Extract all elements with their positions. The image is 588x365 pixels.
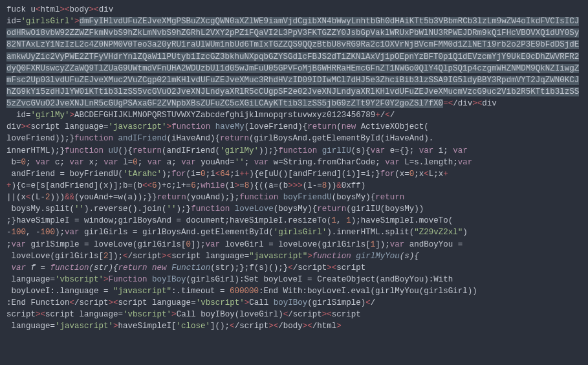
- tag: body: [70, 5, 89, 14]
- keyword: function: [171, 122, 210, 131]
- tag: /script: [293, 263, 327, 272]
- string: 'vbscript': [55, 275, 103, 284]
- keyword: for: [171, 170, 186, 179]
- number: 2: [45, 193, 50, 202]
- text: (i=: [186, 170, 201, 179]
- bracket: >: [472, 99, 477, 108]
- tag: /script: [288, 310, 322, 319]
- bracket: >: [89, 5, 94, 14]
- keyword: function: [65, 146, 103, 155]
- text: (l: [225, 181, 235, 190]
- tag: script language: [118, 298, 191, 307]
- keyword: return: [118, 263, 147, 272]
- string: "javascript": [249, 252, 307, 261]
- keyword: Function: [109, 275, 147, 284]
- text: [167, 263, 172, 272]
- text: );haveSimpleI.moveTo(: [351, 216, 453, 225]
- text: ;: [26, 158, 36, 167]
- text: c;: [50, 158, 70, 167]
- slash: /: [390, 111, 395, 120]
- tag: /script: [128, 252, 162, 261]
- text: ]);: [109, 252, 124, 261]
- keyword: var: [65, 228, 80, 237]
- tag: /script: [235, 322, 269, 331]
- text: ){((a=(b: [249, 181, 288, 190]
- number: 6: [191, 181, 196, 190]
- text: ||(x: [6, 193, 26, 202]
- string: '': [167, 205, 177, 214]
- eq: =: [443, 99, 448, 108]
- keyword: for: [380, 170, 395, 179]
- bracket: <: [41, 310, 46, 319]
- tag: script language: [31, 122, 104, 131]
- text: ;: [6, 240, 12, 249]
- number: 0: [201, 170, 206, 179]
- bracket: >: [162, 252, 167, 261]
- string: 'tArahc': [123, 170, 162, 179]
- text: )): [327, 181, 336, 190]
- code-editor[interactable]: fuck u<html><body><div id='girlsGirl'>dm…: [6, 4, 582, 333]
- bracket: >: [70, 111, 75, 120]
- text: (girlIU(boysMy)): [346, 205, 424, 214]
- bracket: >: [171, 310, 177, 319]
- text: a;: [162, 158, 181, 167]
- text: loveGirl = loveLove(girlGirls[: [220, 240, 371, 249]
- number: 1: [332, 216, 337, 225]
- tag: script language: [45, 310, 118, 319]
- text: L;x: [429, 170, 444, 179]
- number: 0: [133, 158, 138, 167]
- text: ,: [336, 216, 346, 225]
- string: "javascript": [113, 287, 171, 296]
- text: ]);: [375, 240, 390, 249]
- text: (girlsGirl):Set boyLoveI = CreateObject(…: [186, 275, 453, 284]
- bracket: <: [230, 322, 235, 331]
- bracket: <: [113, 298, 118, 307]
- text: language=: [6, 275, 55, 284]
- eq: =: [118, 310, 124, 319]
- fn-name: boyFriendU: [278, 193, 332, 202]
- plus: +: [375, 111, 380, 120]
- keyword: var: [458, 158, 473, 167]
- text: (L-: [31, 193, 46, 202]
- tag: /div: [453, 99, 472, 108]
- number: 100: [12, 228, 27, 237]
- op: +: [443, 170, 448, 179]
- number: 64: [220, 170, 230, 179]
- bracket: >: [109, 298, 114, 307]
- text: haveSimpleI[: [118, 322, 177, 331]
- text: (girlBoysAnd.getElementById(iHaveAnd).: [249, 134, 433, 143]
- bracket: <: [65, 5, 70, 14]
- text: (){: [118, 146, 133, 155]
- bracket: >: [113, 322, 118, 331]
- text: ;}haveSimpleI = window;girlBoysAnd = doc…: [6, 216, 332, 225]
- text: ]);: [191, 240, 206, 249]
- keyword: function: [50, 263, 89, 272]
- tag: script: [332, 310, 361, 319]
- fn-name: girlIU: [317, 146, 351, 155]
- string: 'javascript': [109, 122, 167, 131]
- bracket: <: [307, 322, 312, 331]
- keyword: return: [157, 193, 186, 202]
- bracket: >: [21, 122, 27, 131]
- bracket: >: [103, 275, 109, 284]
- keyword: return: [317, 205, 346, 214]
- keyword: function: [312, 252, 351, 261]
- text: girlGirls = girlBoysAnd.getElementById(: [80, 228, 274, 237]
- tag: div: [6, 122, 21, 131]
- text: language=: [6, 322, 55, 331]
- entity: &: [336, 181, 342, 190]
- bracket: <: [327, 310, 332, 319]
- entity: >: [298, 181, 303, 190]
- text: ))): [50, 193, 65, 202]
- text: ;i: [230, 170, 239, 179]
- number: 0: [21, 158, 27, 167]
- text: (str){: [89, 263, 118, 272]
- text: Call boyIBoy(loveGirl): [177, 310, 283, 319]
- text: :.timeout =: [171, 287, 230, 296]
- keyword: return: [133, 146, 162, 155]
- fn-name: Function: [171, 263, 210, 272]
- text: (boysMy){: [274, 205, 318, 214]
- bracket: >: [167, 122, 172, 131]
- text: boyLoveI:.language =: [6, 287, 113, 296]
- text: (s){: [400, 252, 419, 261]
